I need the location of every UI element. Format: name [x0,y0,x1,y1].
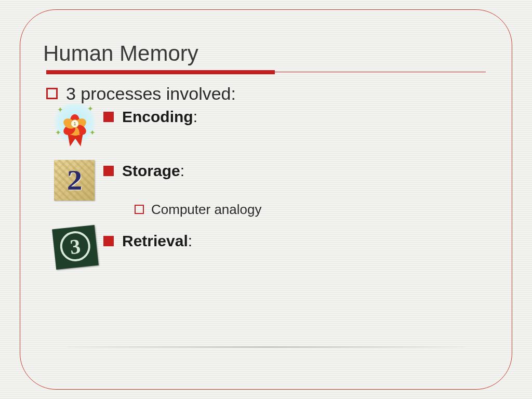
main-bullet-row: 3 processes involved: [46,84,486,104]
main-bullet-text: 3 processes involved: [66,84,236,104]
slide-content: 3 processes involved: 1 ✦ ✦ ✦ ✦ [46,84,486,250]
title-underline [46,70,486,74]
item-label: Retrieval: [122,232,192,250]
item-suffix: : [188,232,192,249]
list-item-encoding: 1 ✦ ✦ ✦ ✦ Encoding: [103,108,486,126]
item-label-bold: Storage [122,162,180,179]
item-suffix: : [180,162,184,179]
hollow-square-bullet-icon [135,205,144,214]
tile-three-icon: 3 [54,227,97,268]
item-label: Encoding: [122,108,197,126]
badge-one-icon: 1 ✦ ✦ ✦ ✦ [54,104,96,145]
item-label-bold: Encoding [122,108,193,125]
list-item-retrieval: 3 Retrieval: [103,232,486,250]
hollow-square-bullet-icon [46,88,58,99]
sub-bullet-row: Computer analogy [135,202,486,218]
item-suffix: : [193,108,197,125]
solid-square-bullet-icon [103,166,114,176]
item-label-bold: Retrieval [122,232,188,249]
sub-bullet-text: Computer analogy [151,202,261,218]
bottom-divider [67,347,465,348]
solid-square-bullet-icon [103,236,114,246]
slide-frame: Human Memory 3 processes involved: 1 ✦ ✦ [20,9,512,390]
item-label: Storage: [122,162,184,180]
tile-two-icon: 2 [54,160,95,201]
list-item-storage: 2 Storage: [103,162,486,180]
slide-title: Human Memory [43,41,486,66]
solid-square-bullet-icon [103,112,114,122]
